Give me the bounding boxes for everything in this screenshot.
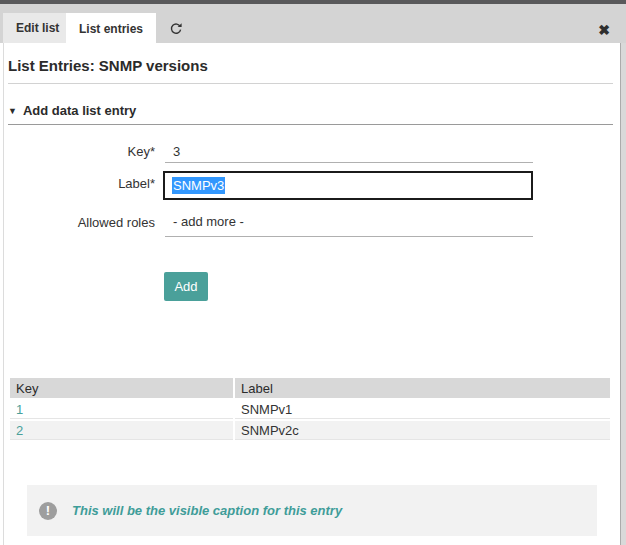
table-header-label: Label xyxy=(235,378,610,398)
list-entries-dialog: Edit list List entries ✖ List Entries: S… xyxy=(0,0,626,545)
info-box: ! This will be the visible caption for t… xyxy=(27,485,597,536)
table-row: 2 SNMPv2c xyxy=(10,421,610,440)
table-row: 1 SNMPv1 xyxy=(10,400,610,419)
dialog-content: List Entries: SNMP versions ▼ Add data l… xyxy=(0,43,620,545)
tab-edit-list[interactable]: Edit list xyxy=(3,13,72,43)
vertical-scrollbar[interactable] xyxy=(620,43,626,545)
label-input-selected-text: SNMPv3 xyxy=(172,177,225,194)
add-button[interactable]: Add xyxy=(164,272,208,301)
add-entry-section-toggle[interactable]: ▼ Add data list entry xyxy=(8,103,136,118)
refresh-icon xyxy=(169,22,183,36)
info-icon: ! xyxy=(39,502,57,520)
entry-key-link[interactable]: 1 xyxy=(16,402,23,417)
table-header-row: Key Label xyxy=(10,378,610,398)
refresh-button[interactable] xyxy=(163,17,189,41)
entry-label-cell: SNMPv1 xyxy=(235,400,610,419)
chevron-down-icon: ▼ xyxy=(8,106,17,116)
close-button[interactable]: ✖ xyxy=(596,22,612,38)
key-input[interactable]: 3 xyxy=(165,140,533,163)
table-header-key: Key xyxy=(10,378,233,398)
allowed-roles-add-more[interactable]: - add more - xyxy=(165,212,533,237)
add-entry-section-title: Add data list entry xyxy=(23,103,136,118)
close-icon: ✖ xyxy=(598,22,610,38)
tab-list-entries[interactable]: List entries xyxy=(66,13,156,44)
info-text: This will be the visible caption for thi… xyxy=(72,503,342,518)
tab-edit-list-label: Edit list xyxy=(16,21,59,35)
panel-left-border xyxy=(3,43,4,545)
title-divider xyxy=(8,83,613,84)
label-field-label: Label* xyxy=(0,176,155,191)
label-input[interactable]: SNMPv3 xyxy=(163,171,533,200)
allowed-roles-label: Allowed roles xyxy=(0,215,155,230)
tab-bar: Edit list List entries ✖ xyxy=(0,4,626,43)
entries-table: Key Label 1 SNMPv1 2 SNMPv2c xyxy=(8,376,612,442)
key-field-label: Key* xyxy=(0,144,155,159)
tab-list-entries-label: List entries xyxy=(79,22,143,36)
entry-label-cell: SNMPv2c xyxy=(235,421,610,440)
page-title: List Entries: SNMP versions xyxy=(8,57,208,74)
section-divider xyxy=(8,124,613,125)
entry-key-link[interactable]: 2 xyxy=(16,423,23,438)
